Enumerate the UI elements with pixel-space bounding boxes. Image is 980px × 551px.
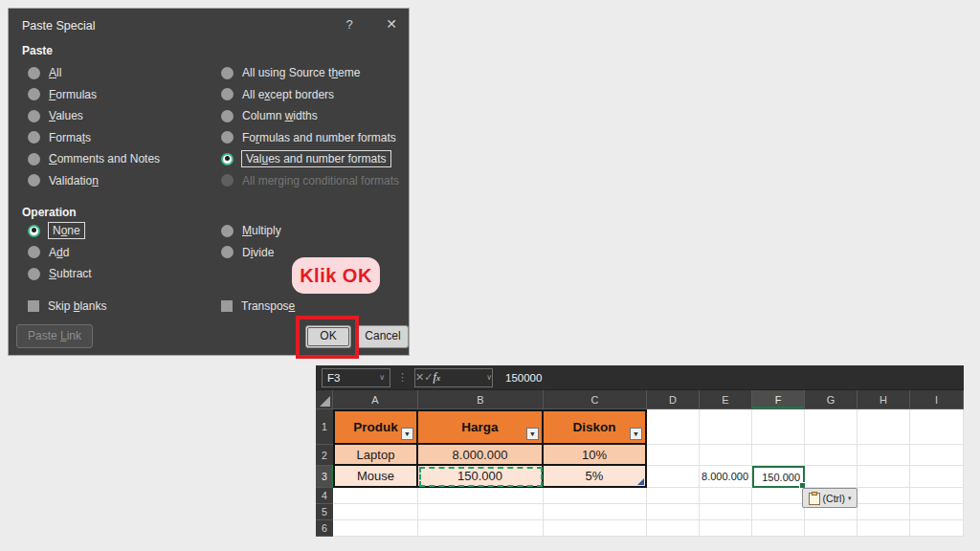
cell-A1[interactable]: Produk▾ (333, 409, 418, 445)
row-header-5[interactable]: 5 (316, 504, 333, 520)
cell-D1[interactable] (647, 409, 700, 445)
radio-option-comments-and-notes[interactable]: Comments and Notes (28, 148, 160, 170)
column-header-E[interactable]: E (700, 390, 752, 408)
cell-D4[interactable] (647, 488, 700, 504)
row-header-3[interactable]: 3 (316, 466, 333, 488)
cell-H3[interactable] (858, 466, 910, 488)
cell-H5[interactable] (858, 504, 910, 520)
chevron-down-icon[interactable]: ∨ (379, 373, 385, 382)
radio-option-divide[interactable]: Divide (221, 242, 281, 264)
filter-dropdown-button[interactable]: ▾ (526, 428, 539, 440)
cell-C4[interactable] (544, 488, 647, 504)
radio-option-values[interactable]: Values (28, 105, 160, 127)
column-header-F[interactable]: F (752, 390, 805, 408)
name-box[interactable]: F3 ∨ (322, 368, 390, 387)
column-header-C[interactable]: C (544, 390, 647, 408)
cell-B5[interactable] (418, 504, 544, 520)
cell-C1[interactable]: Diskon▾ (544, 409, 647, 445)
cell-F3[interactable]: 150.000 (752, 466, 805, 488)
cell-H4[interactable] (858, 488, 910, 504)
radio-option-all[interactable]: All (28, 62, 160, 84)
cell-E5[interactable] (700, 504, 752, 520)
column-header-B[interactable]: B (418, 390, 544, 408)
radio-option-multiply[interactable]: Multiply (221, 220, 281, 242)
radio-option-formats[interactable]: Formats (28, 127, 160, 149)
cancel-button[interactable]: Cancel (357, 325, 409, 348)
cell-F1[interactable] (752, 409, 805, 445)
radio-option-none[interactable]: None (28, 220, 92, 242)
cell-A6[interactable] (333, 520, 418, 537)
radio-option-values-and-number-formats[interactable]: Values and number formats (221, 148, 399, 170)
column-header-A[interactable]: A (333, 390, 418, 408)
insert-function-icon[interactable]: fx (433, 370, 439, 385)
row-header-6[interactable]: 6 (316, 520, 333, 537)
ok-button[interactable]: OK (305, 325, 351, 348)
cell-A3[interactable]: Mouse (333, 466, 418, 488)
cell-E6[interactable] (700, 520, 752, 537)
checkbox-option-transpose[interactable]: Transpose (221, 296, 295, 318)
cell-I2[interactable] (910, 445, 964, 466)
enter-entry-icon[interactable]: ✓ (424, 371, 433, 384)
cell-F2[interactable] (752, 445, 805, 466)
cell-B4[interactable] (418, 488, 544, 504)
filter-dropdown-button[interactable]: ▾ (401, 428, 413, 440)
cell-C5[interactable] (544, 504, 647, 520)
cell-G3[interactable] (805, 466, 858, 488)
radio-option-subtract[interactable]: Subtract (28, 263, 92, 285)
cell-I5[interactable] (910, 504, 964, 520)
chevron-down-icon[interactable]: ∨ (486, 373, 492, 382)
cell-I4[interactable] (910, 488, 964, 504)
cell-D3[interactable] (647, 466, 700, 488)
filter-dropdown-button[interactable]: ▾ (630, 428, 642, 440)
column-header-D[interactable]: D (647, 390, 700, 408)
help-icon[interactable]: ? (341, 16, 358, 33)
cell-I3[interactable] (910, 466, 964, 488)
cell-B3[interactable]: 150.000 (418, 466, 544, 488)
cell-E4[interactable] (700, 488, 752, 504)
cell-A4[interactable] (333, 488, 418, 504)
cell-G2[interactable] (805, 445, 858, 466)
radio-option-column-widths[interactable]: Column widths (221, 105, 399, 127)
cell-H1[interactable] (858, 409, 910, 445)
cell-F6[interactable] (752, 520, 805, 537)
formula-input[interactable]: 150000 (505, 372, 542, 384)
row-header-2[interactable]: 2 (316, 445, 333, 466)
cell-B1[interactable]: Harga▾ (418, 409, 544, 445)
cell-D2[interactable] (647, 445, 700, 466)
column-header-I[interactable]: I (910, 390, 964, 408)
radio-option-all-using-source-theme[interactable]: All using Source theme (221, 62, 399, 84)
radio-option-formulas-and-number-formats[interactable]: Formulas and number formats (221, 127, 399, 149)
checkbox-option-skip-blanks[interactable]: Skip blanks (28, 296, 106, 318)
cell-B6[interactable] (418, 520, 544, 537)
cell-I1[interactable] (910, 409, 964, 445)
cell-B2[interactable]: 8.000.000 (418, 445, 544, 466)
cell-D5[interactable] (647, 504, 700, 520)
row-header-1[interactable]: 1 (316, 409, 333, 445)
cell-G6[interactable] (805, 520, 858, 537)
cell-C2[interactable]: 10% (544, 445, 647, 466)
column-header-H[interactable]: H (858, 390, 910, 408)
cell-H6[interactable] (858, 520, 910, 537)
cell-H2[interactable] (858, 445, 910, 466)
select-all-button[interactable] (316, 390, 333, 408)
cell-A5[interactable] (333, 504, 418, 520)
cancel-entry-icon[interactable]: ✕ (415, 371, 424, 384)
cell-E1[interactable] (700, 409, 752, 445)
cell-F4[interactable] (752, 488, 805, 504)
paste-options-button[interactable]: (Ctrl) ▾ (802, 488, 858, 508)
cell-G1[interactable] (805, 409, 858, 445)
cell-C3[interactable]: 5% (544, 466, 647, 488)
cell-I6[interactable] (910, 520, 964, 537)
cell-A2[interactable]: Laptop (333, 445, 418, 466)
radio-option-all-except-borders[interactable]: All except borders (221, 84, 399, 106)
cell-E3[interactable]: 8.000.000 (700, 466, 752, 488)
drag-handle-icon[interactable]: ⋮ (397, 371, 408, 384)
column-header-G[interactable]: G (805, 390, 858, 408)
row-header-4[interactable]: 4 (316, 488, 333, 504)
radio-option-formulas[interactable]: Formulas (28, 84, 160, 106)
cell-D6[interactable] (647, 520, 700, 537)
close-icon[interactable]: ✕ (383, 15, 400, 33)
radio-option-add[interactable]: Add (28, 242, 92, 264)
cell-C6[interactable] (544, 520, 647, 537)
cell-F5[interactable] (752, 504, 805, 520)
